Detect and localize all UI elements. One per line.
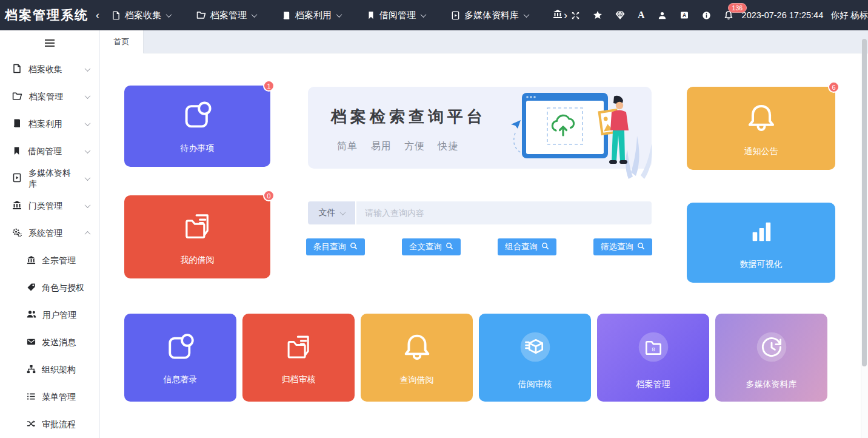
- bank-icon: [553, 9, 563, 21]
- sidebar-item-borrow[interactable]: 借阅管理: [0, 138, 99, 165]
- search-category-select[interactable]: 文件: [308, 201, 355, 224]
- media-file-icon: [451, 11, 460, 20]
- sidebar-item-label: 菜单管理: [42, 392, 76, 403]
- history-clock-icon: [750, 326, 793, 371]
- sitemap-icon: [27, 365, 36, 376]
- nav-scroll-right-icon[interactable]: ›: [564, 10, 567, 21]
- sidebar-item-collect[interactable]: 档案收集: [0, 56, 99, 83]
- svg-text:A: A: [682, 12, 686, 18]
- search-category-value: 文件: [319, 207, 336, 218]
- chevron-down-icon: [524, 12, 530, 18]
- notification-badge: 136: [728, 3, 747, 13]
- button-label: 全文查询: [409, 241, 442, 252]
- sidebar-item-label: 系统管理: [28, 228, 62, 239]
- card-label: 信息著录: [164, 374, 198, 385]
- star-icon[interactable]: [593, 10, 603, 20]
- button-label: 筛选查询: [601, 241, 633, 252]
- shortcut-card-multimedia[interactable]: 多媒体资料库: [715, 314, 827, 402]
- shortcut-card-query-borrow[interactable]: 查询借阅: [361, 314, 473, 402]
- collapse-sidebar-button[interactable]: [0, 30, 99, 56]
- combined-query-button[interactable]: 组合查询: [498, 238, 556, 255]
- tab-home[interactable]: 首页: [100, 30, 144, 53]
- notice-card[interactable]: 6 通知公告: [687, 87, 835, 170]
- sidebar-item-manage[interactable]: 档案管理: [0, 83, 99, 110]
- button-label: 条目查询: [313, 241, 346, 252]
- shortcut-card-borrow-review[interactable]: 借阅审核: [479, 314, 591, 402]
- sidebar-subitem-users[interactable]: 用户管理: [0, 302, 99, 329]
- list-icon: [27, 392, 36, 403]
- data-visualization-card[interactable]: 数据可视化: [687, 203, 835, 283]
- sidebar-item-label: 发送消息: [42, 337, 76, 348]
- banner-subtitle: 简单 易用 方便 快捷: [337, 140, 458, 153]
- todo-card[interactable]: 1 待办事项: [124, 86, 270, 167]
- topnav-item-use[interactable]: 档案利用: [282, 10, 341, 21]
- sidebar-item-system[interactable]: 系统管理: [0, 220, 99, 247]
- sidebar-subitem-fonds[interactable]: 全宗管理: [0, 247, 99, 274]
- shortcut-card-cataloging[interactable]: 信息著录: [124, 314, 236, 402]
- topnav-item-borrow[interactable]: 借阅管理: [367, 10, 426, 21]
- topnav-item-label: 档案管理: [210, 10, 247, 21]
- card-label: 我的借阅: [181, 255, 215, 266]
- topnav-item-label: 多媒体资料库: [464, 10, 519, 21]
- sidebar-subitem-approval[interactable]: 审批流程: [0, 411, 99, 438]
- sidebar-item-label: 借阅管理: [28, 146, 62, 157]
- sidebar-item-label: 角色与授权: [42, 283, 84, 294]
- fullscreen-icon[interactable]: [571, 11, 580, 20]
- media-file-icon: [12, 173, 22, 184]
- search-platform-banner: 档案检索查询平台 简单 易用 方便 快捷: [308, 87, 652, 169]
- card-label: 待办事项: [181, 143, 215, 154]
- sidebar-item-media[interactable]: 多媒体资料库: [0, 165, 99, 192]
- topnav-item-collect[interactable]: 档案收集: [112, 10, 171, 21]
- todo-icon: [181, 98, 215, 135]
- banner-illustration: [510, 88, 655, 191]
- language-icon[interactable]: A: [679, 10, 689, 20]
- sidebar-item-category[interactable]: 门类管理: [0, 192, 99, 220]
- nav-scroll-left-icon[interactable]: ‹: [96, 10, 99, 21]
- scrollbar[interactable]: [862, 39, 867, 366]
- card-label: 档案管理: [636, 379, 670, 390]
- shortcut-card-archive-manage[interactable]: 8 档案管理: [597, 314, 709, 402]
- topnav-item-media[interactable]: 多媒体资料库: [451, 10, 529, 21]
- shortcut-card-archive-review[interactable]: 归档审核: [242, 314, 355, 402]
- bell-icon[interactable]: 136: [724, 10, 733, 20]
- top-menu: 档案收集 档案管理 档案利用 借阅管理 多媒体资料库: [112, 10, 529, 21]
- chevron-down-icon: [85, 147, 91, 153]
- info-icon[interactable]: [702, 11, 711, 20]
- topnav-item-manage[interactable]: 档案管理: [196, 10, 256, 21]
- topnav-item-label: 档案收集: [125, 10, 161, 21]
- chevron-up-icon: [85, 231, 91, 237]
- chevron-down-icon: [421, 12, 427, 18]
- box-icon: [514, 326, 556, 371]
- sidebar-item-label: 用户管理: [42, 310, 76, 321]
- top-bar: 档案管理系统 ‹ 档案收集 档案管理 档案利用 借阅管理: [0, 0, 868, 30]
- users-icon: [27, 309, 36, 321]
- filter-query-button[interactable]: 筛选查询: [593, 238, 652, 255]
- tab-strip: 首页: [100, 30, 868, 53]
- search-icon: [446, 242, 453, 252]
- todo-icon: [164, 331, 197, 366]
- sidebar-subitem-org[interactable]: 组织架构: [0, 356, 99, 383]
- sidebar: 档案收集 档案管理 档案利用 借阅管理 多媒体资料库 门类管理: [0, 30, 100, 438]
- diamond-icon[interactable]: [615, 10, 625, 20]
- topnav-item-label: 借阅管理: [379, 10, 416, 21]
- sidebar-item-label: 审批流程: [42, 419, 76, 430]
- sidebar-subitem-messages[interactable]: 发送消息: [0, 329, 99, 356]
- sidebar-subitem-roles[interactable]: 角色与授权: [0, 274, 99, 302]
- sidebar-subitem-menus[interactable]: 菜单管理: [0, 383, 99, 411]
- bookmark-icon: [12, 146, 21, 157]
- user-icon[interactable]: [658, 11, 667, 20]
- font-size-icon[interactable]: A: [638, 10, 645, 21]
- search-input[interactable]: [356, 201, 652, 224]
- bank-icon: [27, 255, 36, 266]
- fulltext-query-button[interactable]: 全文查询: [402, 238, 461, 255]
- search-icon: [541, 242, 549, 252]
- folder-lock-icon: 8: [632, 326, 675, 371]
- entry-query-button[interactable]: 条目查询: [306, 238, 365, 255]
- my-borrow-card[interactable]: 0 我的借阅: [124, 195, 270, 278]
- topnav-item-category-clipped[interactable]: [553, 9, 563, 21]
- tag-icon: [27, 283, 36, 294]
- folder-open-icon: [12, 91, 22, 103]
- topnav-item-label: 档案利用: [295, 10, 332, 21]
- file-icon: [12, 64, 22, 75]
- sidebar-item-use[interactable]: 档案利用: [0, 110, 99, 138]
